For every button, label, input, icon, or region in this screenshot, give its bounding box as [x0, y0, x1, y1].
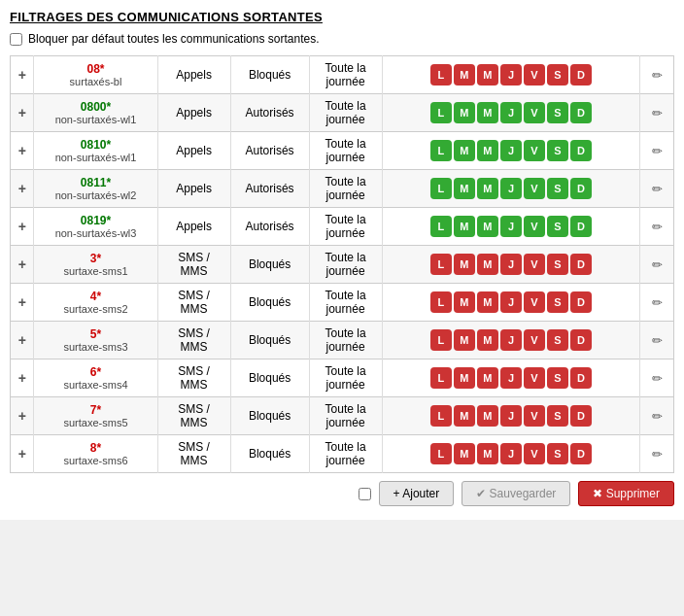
day-button-v-4[interactable]: V [524, 216, 545, 237]
day-button-v-4[interactable]: V [524, 405, 545, 427]
day-button-m-1[interactable]: M [454, 102, 475, 123]
day-button-m-1[interactable]: M [454, 291, 475, 313]
day-button-d-6[interactable]: D [570, 140, 592, 161]
edit-icon[interactable]: ✏ [652, 409, 663, 424]
day-button-v-4[interactable]: V [524, 291, 545, 313]
day-button-s-5[interactable]: S [547, 254, 568, 275]
day-button-m-2[interactable]: M [477, 178, 498, 199]
row-expand-button[interactable]: + [18, 105, 26, 120]
day-button-j-3[interactable]: J [500, 140, 522, 161]
day-button-m-1[interactable]: M [454, 367, 475, 389]
edit-icon[interactable]: ✏ [652, 182, 663, 196]
edit-icon[interactable]: ✏ [652, 144, 663, 158]
edit-icon[interactable]: ✏ [652, 333, 663, 348]
day-button-s-5[interactable]: S [547, 405, 568, 427]
day-button-m-2[interactable]: M [477, 254, 498, 275]
day-button-s-5[interactable]: S [547, 216, 568, 237]
row-expand-button[interactable]: + [18, 67, 26, 83]
day-button-s-5[interactable]: S [547, 367, 568, 389]
day-button-l-0[interactable]: L [430, 254, 452, 275]
day-button-m-2[interactable]: M [477, 443, 498, 464]
day-button-m-2[interactable]: M [477, 216, 498, 237]
day-button-s-5[interactable]: S [547, 329, 568, 351]
edit-icon[interactable]: ✏ [652, 220, 663, 234]
day-button-v-4[interactable]: V [524, 178, 545, 199]
day-button-l-0[interactable]: L [430, 291, 452, 313]
delete-button[interactable]: ✖ Supprimer [578, 481, 674, 506]
day-button-s-5[interactable]: S [547, 64, 568, 86]
row-expand-button[interactable]: + [18, 332, 26, 348]
row-expand-button[interactable]: + [18, 446, 26, 462]
footer-checkbox[interactable] [359, 488, 371, 500]
day-button-j-3[interactable]: J [500, 291, 522, 313]
day-button-s-5[interactable]: S [547, 140, 568, 161]
day-button-j-3[interactable]: J [500, 443, 522, 464]
day-button-l-0[interactable]: L [430, 405, 452, 427]
row-expand-button[interactable]: + [18, 408, 26, 424]
day-button-m-1[interactable]: M [454, 254, 475, 275]
day-button-m-2[interactable]: M [477, 367, 498, 389]
day-button-l-0[interactable]: L [430, 140, 452, 161]
day-button-m-2[interactable]: M [477, 405, 498, 427]
day-button-v-4[interactable]: V [524, 64, 545, 86]
day-button-m-1[interactable]: M [454, 178, 475, 199]
day-button-v-4[interactable]: V [524, 102, 545, 123]
day-button-m-2[interactable]: M [477, 140, 498, 161]
day-button-m-1[interactable]: M [454, 405, 475, 427]
day-button-v-4[interactable]: V [524, 140, 545, 161]
day-button-m-1[interactable]: M [454, 140, 475, 161]
row-expand-button[interactable]: + [18, 257, 26, 272]
day-button-j-3[interactable]: J [500, 405, 522, 427]
block-default-checkbox[interactable] [10, 33, 22, 46]
day-button-l-0[interactable]: L [430, 64, 452, 86]
day-button-j-3[interactable]: J [500, 102, 522, 123]
day-button-j-3[interactable]: J [500, 367, 522, 389]
day-button-m-1[interactable]: M [454, 64, 475, 86]
day-button-d-6[interactable]: D [570, 178, 592, 199]
day-button-l-0[interactable]: L [430, 178, 452, 199]
add-button[interactable]: + Ajouter [379, 481, 455, 506]
edit-icon[interactable]: ✏ [652, 106, 663, 120]
day-button-s-5[interactable]: S [547, 102, 568, 123]
day-button-j-3[interactable]: J [500, 329, 522, 351]
day-button-d-6[interactable]: D [570, 367, 592, 389]
day-button-m-2[interactable]: M [477, 291, 498, 313]
day-button-m-1[interactable]: M [454, 216, 475, 237]
day-button-j-3[interactable]: J [500, 178, 522, 199]
day-button-l-0[interactable]: L [430, 367, 452, 389]
day-button-d-6[interactable]: D [570, 443, 592, 464]
row-expand-button[interactable]: + [18, 181, 26, 196]
day-button-v-4[interactable]: V [524, 329, 545, 351]
day-button-d-6[interactable]: D [570, 64, 592, 86]
day-button-j-3[interactable]: J [500, 254, 522, 275]
day-button-l-0[interactable]: L [430, 102, 452, 123]
day-button-l-0[interactable]: L [430, 329, 452, 351]
row-expand-button[interactable]: + [18, 294, 26, 310]
edit-icon[interactable]: ✏ [652, 447, 663, 462]
day-button-m-2[interactable]: M [477, 64, 498, 86]
day-button-l-0[interactable]: L [430, 443, 452, 464]
row-expand-button[interactable]: + [18, 143, 26, 158]
day-button-m-1[interactable]: M [454, 443, 475, 464]
edit-icon[interactable]: ✏ [652, 68, 663, 83]
day-button-v-4[interactable]: V [524, 254, 545, 275]
row-expand-button[interactable]: + [18, 370, 26, 386]
day-button-d-6[interactable]: D [570, 216, 592, 237]
day-button-d-6[interactable]: D [570, 405, 592, 427]
day-button-v-4[interactable]: V [524, 367, 545, 389]
day-button-m-2[interactable]: M [477, 329, 498, 351]
day-button-j-3[interactable]: J [500, 64, 522, 86]
day-button-l-0[interactable]: L [430, 216, 452, 237]
day-button-d-6[interactable]: D [570, 329, 592, 351]
day-button-s-5[interactable]: S [547, 291, 568, 313]
day-button-d-6[interactable]: D [570, 291, 592, 313]
day-button-m-2[interactable]: M [477, 102, 498, 123]
day-button-v-4[interactable]: V [524, 443, 545, 464]
day-button-j-3[interactable]: J [500, 216, 522, 237]
day-button-s-5[interactable]: S [547, 443, 568, 464]
save-button[interactable]: ✔ Sauvegarder [462, 481, 570, 506]
day-button-d-6[interactable]: D [570, 102, 592, 123]
edit-icon[interactable]: ✏ [652, 295, 663, 310]
edit-icon[interactable]: ✏ [652, 371, 663, 386]
row-expand-button[interactable]: + [18, 219, 26, 234]
